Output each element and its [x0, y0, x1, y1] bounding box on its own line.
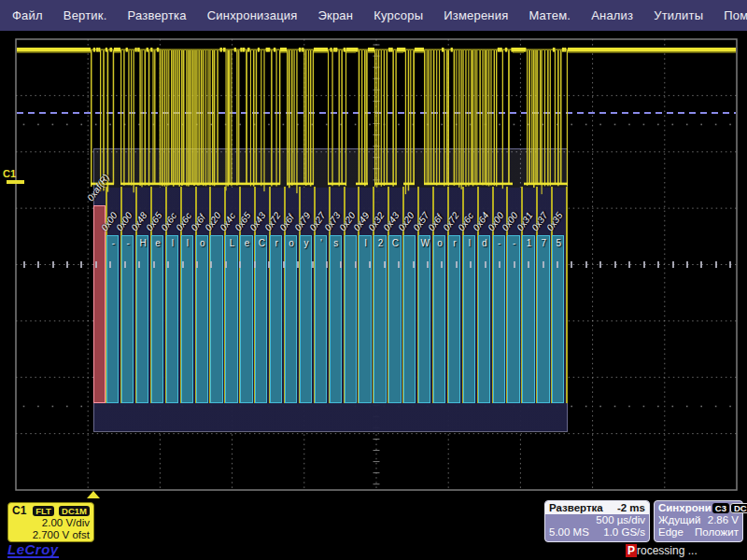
menu-item-analysis[interactable]: Анализ [581, 8, 643, 22]
center-axis-tick [614, 261, 616, 268]
center-axis-tick [210, 261, 212, 268]
center-axis-tick [686, 261, 688, 268]
i2c-byte-box [418, 235, 430, 403]
center-axis-tick [124, 261, 126, 268]
i2c-byte-ascii-label: 2 [374, 238, 387, 248]
channel-scale: 2.00 V/div [12, 517, 90, 529]
i2c-byte-box [374, 235, 386, 403]
center-axis-tick [398, 261, 400, 268]
center-axis-tick [268, 261, 270, 268]
menu-item-timebase[interactable]: Развертка [118, 8, 197, 22]
i2c-byte-ascii-label: - [507, 238, 520, 248]
i2c-byte-box [240, 235, 252, 403]
center-axis-tick [109, 261, 111, 268]
i2c-byte-box [403, 235, 416, 403]
channel-c1-offset-marker[interactable]: C1 [3, 168, 16, 179]
i2c-byte-ascii-label: - [493, 238, 506, 248]
center-axis-tick [326, 261, 328, 268]
i2c-byte-box [448, 235, 460, 403]
channel-name: C1 [12, 504, 26, 517]
i2c-byte-box [433, 235, 445, 403]
trigger-source-badge: C3 [712, 503, 729, 513]
timebase-title: Развертка [549, 501, 603, 514]
i2c-byte-box [285, 235, 297, 403]
i2c-byte-ascii-label: e [151, 238, 164, 248]
trigger-slope: Положит [695, 526, 739, 539]
i2c-address-box [93, 205, 106, 403]
menu-item-measure[interactable]: Измерения [433, 8, 518, 22]
i2c-byte-ascii-label: C [255, 238, 268, 248]
menu-item-trigger[interactable]: Синхронизация [197, 8, 308, 22]
i2c-byte-ascii-label: ' [315, 238, 328, 248]
center-axis-tick [80, 261, 82, 268]
i2c-byte-box [270, 235, 282, 403]
trigger-mode: Ждущий [658, 514, 700, 526]
i2c-byte-ascii-label: o [285, 238, 298, 248]
i2c-byte-ascii-label: I [359, 238, 372, 248]
i2c-byte-box [388, 235, 401, 403]
center-axis-tick [427, 261, 429, 268]
center-axis-tick [283, 261, 285, 268]
center-axis-tick [312, 261, 314, 268]
menu-item-file[interactable]: Файл [2, 8, 53, 22]
center-axis-tick [672, 261, 674, 268]
menu-item-help[interactable]: Помощь [713, 8, 747, 22]
center-axis-tick [225, 261, 227, 268]
center-axis-tick [456, 261, 458, 268]
center-axis-tick [167, 261, 169, 268]
center-axis-tick [499, 261, 500, 268]
menu-item-cursors[interactable]: Курсоры [363, 8, 433, 22]
center-axis-tick [355, 261, 357, 268]
i2c-byte-box [210, 235, 222, 403]
channel-badges: FLT DC1M [31, 505, 90, 516]
i2c-byte-box [181, 235, 193, 403]
i2c-byte-ascii-label: l [181, 238, 194, 248]
trigger-level: 2.86 V [708, 514, 739, 526]
center-axis-tick [528, 261, 529, 268]
trigger-position-marker[interactable] [87, 491, 100, 498]
center-axis-tick [23, 261, 25, 268]
i2c-byte-box [493, 235, 505, 403]
i2c-byte-ascii-label: d [478, 238, 491, 248]
center-axis-tick [599, 261, 601, 268]
coupling-badge: DC1M [59, 506, 90, 516]
center-axis-tick [514, 261, 515, 268]
i2c-byte-ascii-label: o [433, 238, 446, 248]
center-axis-tick [153, 261, 155, 268]
timebase-samples: 5.00 MS [549, 526, 589, 539]
timebase-delay: -2 ms [617, 501, 645, 514]
center-axis-tick [369, 261, 371, 268]
center-axis-tick [297, 261, 299, 268]
menu-item-display[interactable]: Экран [308, 8, 364, 22]
channel-c1-descriptor[interactable]: C1 FLT DC1M 2.00 V/div 2.700 V ofst [7, 502, 94, 542]
center-axis-tick [413, 261, 415, 268]
center-axis-tick [95, 261, 97, 268]
channel-c1-offset-bar [7, 180, 24, 184]
timebase-scale: 500 µs/div [545, 514, 649, 526]
processing-status: Processing ... [626, 544, 698, 557]
i2c-byte-box [537, 235, 549, 403]
lecroy-logo: LeCroy [7, 542, 59, 558]
trigger-level-line[interactable] [17, 112, 736, 114]
i2c-byte-box [463, 235, 475, 403]
center-axis-tick [138, 261, 140, 268]
menu-item-vertical[interactable]: Вертик. [53, 8, 118, 22]
timebase-descriptor[interactable]: Развертка -2 ms 500 µs/div 5.00 MS 1.0 G… [544, 500, 650, 542]
center-axis-tick [52, 261, 54, 268]
center-axis-tick [485, 261, 486, 268]
center-axis-tick [182, 261, 184, 268]
center-axis-tick [571, 261, 572, 268]
i2c-byte-ascii-label: - [106, 238, 120, 248]
menu-item-utilities[interactable]: Утилиты [643, 8, 713, 22]
center-axis-tick [37, 261, 39, 268]
i2c-byte-box [552, 235, 564, 403]
channel-c1-label: C1 [3, 168, 16, 179]
trigger-type: Edge [658, 526, 684, 539]
i2c-byte-box [121, 235, 134, 403]
i2c-byte-box [166, 235, 178, 403]
center-axis-tick [340, 261, 342, 268]
menu-item-math[interactable]: Матем. [518, 8, 581, 22]
trigger-descriptor[interactable]: Синхрони C3 DC Ждущий 2.86 V Edge Положи… [654, 500, 743, 542]
i2c-byte-box [225, 235, 237, 403]
center-axis-tick [196, 261, 198, 268]
